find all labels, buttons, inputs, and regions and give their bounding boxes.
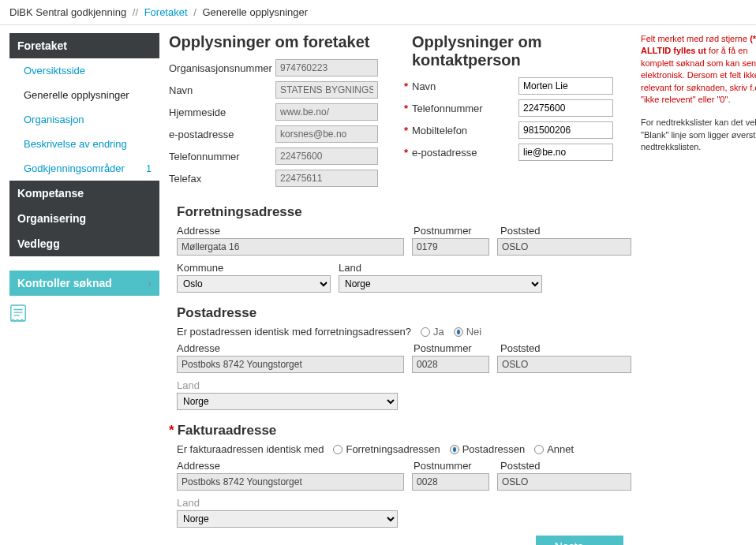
sidebar-item-beskrivelse[interactable]: Beskrivelse av endring <box>9 132 159 156</box>
forret-sted-input <box>497 238 631 256</box>
post-postnr-input <box>412 356 489 373</box>
contact-mob-input[interactable] <box>518 121 613 139</box>
receipt-icon[interactable] <box>9 304 27 324</box>
breadcrumb-foretaket[interactable]: Foretaket <box>144 6 188 18</box>
faktura-title: *Fakturaadresse <box>177 423 631 439</box>
sidebar-head-foretaket[interactable]: Foretaket <box>9 33 159 58</box>
breadcrumb-current: Generelle opplysninger <box>202 6 308 18</box>
faktura-postnr-input <box>412 473 489 491</box>
hjemmeside-input <box>275 103 378 121</box>
forret-title: Forretningsadresse <box>177 204 631 220</box>
post-sted-input <box>497 356 631 373</box>
breadcrumb: DiBK Sentral godkjenning // Foretaket / … <box>0 0 756 25</box>
contact-title: Opplysninger om kontaktperson <box>412 33 631 69</box>
svg-rect-0 <box>11 305 25 321</box>
post-ja-radio[interactable]: Ja <box>421 326 444 338</box>
company-title: Opplysninger om foretaket <box>169 33 390 51</box>
contact-navn-input[interactable] <box>518 77 613 95</box>
kontroller-soknad-button[interactable]: Kontroller søknad › <box>9 271 159 296</box>
post-land-select[interactable]: Norge <box>177 393 398 410</box>
faktura-addr-input <box>177 473 404 491</box>
company-tlf-input <box>275 147 378 165</box>
chevron-right-icon: › <box>148 277 152 289</box>
breadcrumb-root: DiBK Sentral godkjenning <box>9 6 126 18</box>
help-text-1: Felt merket med rød stjerne (*) må ALLTI… <box>641 33 756 106</box>
sidebar-item-oversikt[interactable]: Oversiktsside <box>9 58 159 83</box>
help-text-2: For nedtrekkslister kan det velges "Blan… <box>641 117 756 153</box>
forret-land-select[interactable]: Norge <box>339 275 542 293</box>
faktura-annet-radio[interactable]: Annet <box>534 443 574 455</box>
contact-tlf-input[interactable] <box>518 99 613 117</box>
neste-button[interactable]: Neste › <box>536 536 623 545</box>
orgnr-input <box>275 59 378 77</box>
faktura-land-select[interactable]: Norge <box>177 510 398 528</box>
faktura-sted-input <box>497 473 631 491</box>
forret-addr-input <box>177 238 404 256</box>
sidebar-item-godkjenning[interactable]: Godkjenningsområder 1 <box>9 156 159 181</box>
sidebar-item-organisasjon[interactable]: Organisasjon <box>9 107 159 132</box>
forret-postnr-input <box>412 238 489 256</box>
sidebar-head-organisering[interactable]: Organisering <box>9 206 159 231</box>
sidebar-head-vedlegg[interactable]: Vedlegg <box>9 231 159 256</box>
forret-kommune-select[interactable]: Oslo <box>177 275 331 293</box>
chevron-right-icon: › <box>596 540 600 545</box>
sidebar-badge: 1 <box>146 163 152 174</box>
post-nei-radio[interactable]: Nei <box>454 326 482 338</box>
sidebar-item-generelle[interactable]: Generelle opplysninger <box>9 83 159 107</box>
company-navn-input <box>275 81 378 99</box>
contact-epost-input[interactable] <box>518 144 613 161</box>
telefax-input <box>275 170 378 187</box>
post-addr-input <box>177 356 404 373</box>
company-epost-input <box>275 125 378 143</box>
faktura-post-radio[interactable]: Postadressen <box>450 443 526 455</box>
sidebar-head-kompetanse[interactable]: Kompetanse <box>9 181 159 206</box>
post-title: Postadresse <box>177 305 631 321</box>
faktura-forret-radio[interactable]: Forretningsadressen <box>333 443 440 455</box>
